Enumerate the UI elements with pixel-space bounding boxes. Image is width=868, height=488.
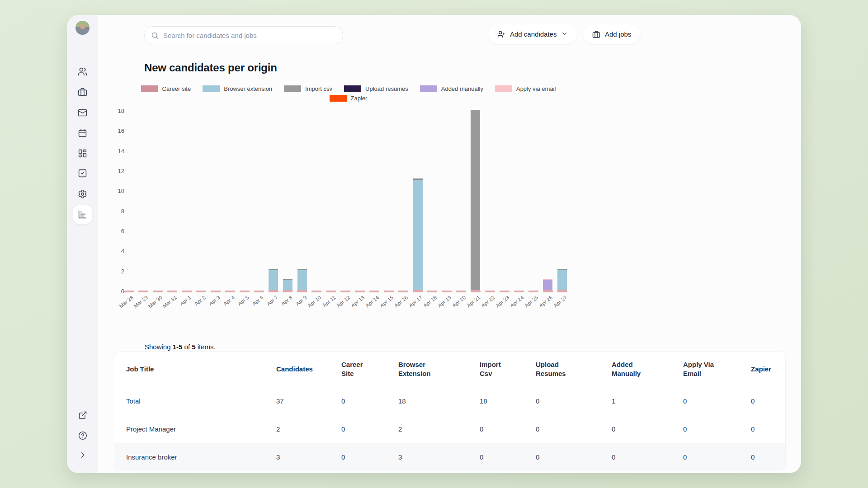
x-axis-tick: Apr 4 [222, 295, 236, 306]
legend-swatch [420, 85, 437, 92]
sidebar-item-reports[interactable] [73, 205, 92, 224]
add-candidates-button[interactable]: Add candidates [488, 24, 577, 44]
value-cell: 0 [683, 387, 751, 415]
x-axis-tick: Apr 26 [538, 295, 553, 308]
x-axis-tick: Apr 6 [251, 295, 264, 306]
chart-legend: Career siteBrowser extensionImport csvUp… [126, 85, 571, 102]
value-cell: 0 [480, 443, 536, 471]
job-title-cell: Total [114, 387, 276, 415]
briefcase-icon [78, 87, 87, 97]
legend-swatch [330, 95, 347, 102]
value-cell: 18 [398, 387, 480, 415]
y-axis-tick: 14 [93, 148, 124, 155]
sidebar-item-jobs[interactable] [73, 83, 92, 101]
table-row[interactable]: Insurance broker30300000 [114, 443, 785, 471]
x-axis-tick: Apr 24 [509, 295, 524, 308]
x-axis-tick: Apr 13 [350, 295, 365, 308]
zero-baseline-dash [240, 291, 250, 292]
value-cell: 1 [612, 387, 683, 415]
bar-segment [557, 270, 567, 290]
value-cell: 3 [276, 443, 341, 471]
bar-segment [413, 180, 423, 290]
page-title: New candidates per origin [144, 61, 277, 74]
value-cell: 3 [398, 443, 480, 471]
x-axis-tick: Apr 27 [552, 295, 568, 308]
job-title-cell: Insurance broker [114, 443, 276, 471]
x-axis-tick: Mar 29 [133, 295, 149, 309]
table-row[interactable]: Project Manager20200000 [114, 415, 785, 443]
help-icon [78, 431, 87, 440]
y-axis-tick: 12 [93, 168, 124, 174]
legend-label: Zapier [351, 95, 368, 102]
value-cell: 0 [480, 415, 536, 443]
x-axis-tick: Apr 22 [480, 295, 495, 308]
x-axis-tick: Apr 9 [295, 295, 308, 306]
value-cell: 0 [751, 415, 785, 443]
briefcase-icon [592, 30, 600, 38]
x-axis-tick: Apr 21 [466, 295, 481, 308]
legend-label: Career site [162, 85, 191, 92]
x-axis-tick: Mar 28 [118, 295, 135, 309]
column-header: Candidates [276, 352, 341, 387]
bar-segment [471, 290, 480, 291]
column-header: AddedManually [612, 352, 683, 387]
value-cell: 0 [536, 387, 612, 415]
value-cell: 0 [341, 443, 398, 471]
sidebar-divider [67, 52, 98, 52]
x-axis-tick: Apr 23 [495, 295, 510, 308]
showing-summary: Showing 1-5 of 5 items. [145, 343, 216, 351]
x-axis-tick: Apr 8 [280, 295, 293, 306]
legend-item: Added manually [420, 85, 483, 92]
zero-baseline-dash [211, 291, 221, 292]
stacked-bar-apr-7 [269, 269, 278, 291]
legend-swatch [141, 85, 158, 92]
app-card: Add candidates Add jobs New candidates p… [67, 15, 801, 473]
value-cell: 0 [612, 415, 683, 443]
column-header: Zapier [751, 352, 785, 387]
search-box [144, 26, 343, 44]
search-input[interactable] [163, 32, 336, 39]
sidebar-item-tasks[interactable] [73, 164, 92, 183]
x-axis-tick: Apr 17 [408, 295, 423, 308]
y-axis-tick: 6 [93, 228, 124, 235]
bar-chart-icon [78, 210, 87, 219]
value-cell: 0 [751, 387, 785, 415]
candidates-table-panel: Job TitleCandidatesCareerSiteBrowserExte… [114, 351, 786, 471]
bar-segment [283, 280, 292, 290]
bar-segment [269, 270, 278, 290]
bar-segment [269, 290, 278, 291]
sidebar-item-calendar[interactable] [73, 124, 92, 142]
legend-swatch [495, 85, 512, 92]
x-axis-tick: Apr 18 [422, 295, 438, 308]
users-icon [78, 67, 87, 76]
search-icon [151, 32, 159, 39]
column-header: Job Title [114, 352, 276, 387]
y-axis-tick: 2 [93, 268, 124, 275]
stacked-bar-apr-8 [283, 279, 292, 291]
calendar-icon [78, 128, 87, 138]
sidebar-item-candidates[interactable] [73, 62, 92, 81]
sidebar-item-external[interactable] [73, 406, 92, 424]
add-jobs-button[interactable]: Add jobs [583, 24, 640, 44]
legend-item: Career site [141, 85, 191, 92]
table-row[interactable]: Total37018180100 [114, 387, 785, 415]
sidebar-item-settings[interactable] [73, 185, 92, 203]
x-axis-tick: Apr 7 [266, 295, 279, 306]
sidebar-collapse-button[interactable] [73, 446, 92, 464]
zero-baseline-dash [138, 291, 148, 292]
avatar[interactable] [75, 21, 90, 35]
dashboard-icon [78, 149, 87, 158]
sidebar-item-inbox[interactable] [73, 103, 92, 122]
column-header: ImportCsv [480, 352, 536, 387]
candidates-table: Job TitleCandidatesCareerSiteBrowserExte… [114, 352, 785, 471]
column-header: UploadResumes [536, 352, 612, 387]
sidebar-item-dashboard[interactable] [73, 144, 92, 163]
bar-segment [297, 290, 307, 291]
sidebar-item-help[interactable] [73, 426, 92, 445]
bar-segment [543, 280, 552, 290]
user-plus-icon [497, 30, 505, 38]
legend-swatch [203, 85, 220, 92]
zero-baseline-dash [225, 291, 235, 292]
value-cell: 0 [536, 415, 612, 443]
y-axis-tick: 8 [93, 208, 124, 215]
